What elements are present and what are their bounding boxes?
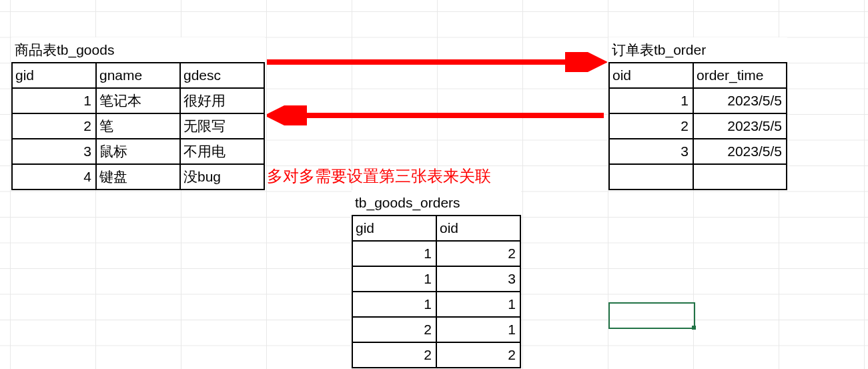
order-table-title: 订单表tb_order [609,37,787,63]
table-row: 1 2 [352,241,520,266]
order-header-oid: oid [609,63,693,88]
goods-table-title: 商品表tb_goods [12,37,264,63]
table-row: 1 3 [352,266,520,292]
table-row: 4 键盘 没bug [12,164,264,190]
table-row: 2 笔 无限写 [12,113,264,139]
goods-header-gdesc: gdesc [180,63,264,88]
goods-header-gname: gname [96,63,180,88]
table-row: 1 笔记本 很好用 [12,88,264,113]
table-row: 2 1 [352,317,520,342]
annotation-text: 多对多需要设置第三张表来关联 [267,165,491,187]
table-row: 3 2023/5/5 [609,139,787,164]
table-row: 1 2023/5/5 [609,88,787,113]
goods-header-gid: gid [12,63,96,88]
link-header-oid: oid [436,216,520,241]
order-header-time: order_time [693,63,787,88]
table-row: 2 2 [352,342,520,368]
order-table: 订单表tb_order oid order_time 1 2023/5/5 2 … [608,37,787,190]
arrow-left-icon [267,105,607,125]
goods-table: 商品表tb_goods gid gname gdesc 1 笔记本 很好用 2 … [11,37,265,190]
order-table-header-row: oid order_time [609,63,787,88]
selected-cell-indicator[interactable] [608,302,695,329]
arrow-right-icon [267,52,607,72]
table-row: 1 1 [352,292,520,317]
link-table-title: tb_goods_orders [352,190,520,216]
table-row: 2 2023/5/5 [609,113,787,139]
table-row: 3 鼠标 不用电 [12,139,264,164]
link-table: tb_goods_orders gid oid 1 2 1 3 1 1 2 1 … [352,190,521,368]
table-row-empty [609,164,787,190]
goods-table-header-row: gid gname gdesc [12,63,264,88]
link-header-gid: gid [352,216,436,241]
link-table-header-row: gid oid [352,216,520,241]
